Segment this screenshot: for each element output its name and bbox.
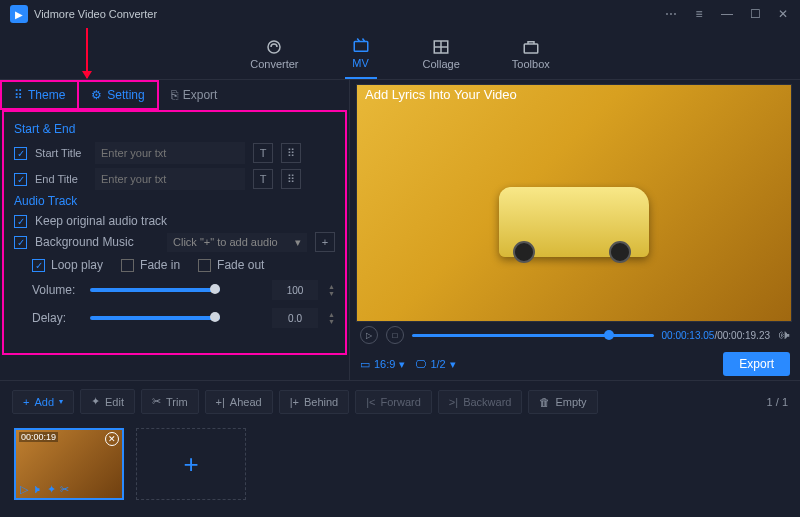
chevron-down-icon: ▾ — [399, 358, 405, 371]
volume-slider[interactable] — [90, 288, 220, 292]
svg-rect-3 — [524, 44, 538, 53]
scale-select[interactable]: 🖵1/2▾ — [415, 358, 455, 371]
video-preview: Add Lyrics Into Your Video — [356, 84, 792, 322]
start-expand-button[interactable]: ⠿ — [281, 143, 301, 163]
delay-stepper[interactable]: ▲▼ — [328, 311, 335, 325]
backward-button[interactable]: >|Backward — [438, 390, 523, 414]
scissors-icon: ✂ — [152, 395, 161, 408]
fadein-checkbox[interactable] — [121, 259, 134, 272]
tab-mv[interactable]: MV — [345, 28, 377, 79]
ahead-icon: +| — [216, 396, 225, 408]
time-display: 00:00:13.05/00:00:19.23 — [662, 330, 770, 341]
clip-effect-icon[interactable]: ✦ — [47, 483, 56, 496]
start-title-input[interactable] — [95, 142, 245, 164]
chevron-down-icon: ▾ — [295, 236, 301, 249]
converter-icon — [264, 38, 284, 56]
menu-icon[interactable]: ≡ — [692, 7, 706, 21]
clip-mute-icon[interactable]: 🕨 — [32, 483, 43, 496]
clip-play-icon[interactable]: ▷ — [20, 483, 28, 496]
chevron-down-icon: ▾ — [450, 358, 456, 371]
theme-icon: ⠿ — [14, 88, 23, 102]
backward-icon: >| — [449, 396, 458, 408]
loop-checkbox[interactable]: ✓ — [32, 259, 45, 272]
remove-clip-button[interactable]: ✕ — [105, 432, 119, 446]
empty-button[interactable]: 🗑Empty — [528, 390, 597, 414]
end-title-input[interactable] — [95, 168, 245, 190]
tab-toolbox[interactable]: Toolbox — [506, 28, 556, 79]
app-logo: ▶ — [10, 5, 28, 23]
play-button[interactable]: ▷ — [360, 326, 378, 344]
subtab-export[interactable]: ⎘ Export — [159, 80, 230, 110]
volume-value[interactable]: 100 — [272, 280, 318, 300]
start-text-style-button[interactable]: T — [253, 143, 273, 163]
gear-icon: ⚙ — [91, 88, 102, 102]
end-expand-button[interactable]: ⠿ — [281, 169, 301, 189]
end-text-style-button[interactable]: T — [253, 169, 273, 189]
clip-duration: 00:00:19 — [19, 432, 58, 442]
trim-button[interactable]: ✂Trim — [141, 389, 199, 414]
app-title: Vidmore Video Converter — [34, 8, 664, 20]
bgm-label: Background Music — [35, 235, 159, 249]
trash-icon: 🗑 — [539, 396, 550, 408]
start-end-heading: Start & End — [14, 122, 335, 136]
add-audio-button[interactable]: + — [315, 232, 335, 252]
stop-button[interactable]: □ — [386, 326, 404, 344]
add-clip-button[interactable]: + — [136, 428, 246, 500]
collage-icon — [431, 38, 451, 56]
delay-slider[interactable] — [90, 316, 220, 320]
maximize-icon[interactable]: ☐ — [748, 7, 762, 21]
forward-button[interactable]: |<Forward — [355, 390, 432, 414]
volume-icon[interactable]: 🕪 — [778, 328, 790, 342]
preview-overlay-text: Add Lyrics Into Your Video — [365, 87, 517, 102]
aspect-ratio-select[interactable]: ▭16:9▾ — [360, 358, 405, 371]
wand-icon: ✦ — [91, 395, 100, 408]
end-title-label: End Title — [35, 173, 87, 185]
add-button[interactable]: +Add▾ — [12, 390, 74, 414]
clip-thumbnail[interactable]: 00:00:19 ✕ ▷ 🕨 ✦ ✂ — [14, 428, 124, 500]
ratio-icon: ▭ — [360, 358, 370, 371]
svg-point-0 — [268, 41, 280, 53]
preview-content — [499, 187, 649, 257]
start-title-checkbox[interactable]: ✓ — [14, 147, 27, 160]
tab-collage[interactable]: Collage — [417, 28, 466, 79]
annotation-arrow — [86, 28, 88, 78]
timeline-slider[interactable] — [412, 334, 654, 337]
monitor-icon: 🖵 — [415, 358, 426, 370]
toolbox-icon — [521, 38, 541, 56]
ahead-button[interactable]: +|Ahead — [205, 390, 273, 414]
pager: 1 / 1 — [767, 396, 788, 408]
plus-icon: + — [23, 396, 29, 408]
svg-rect-1 — [354, 41, 368, 51]
start-title-label: Start Title — [35, 147, 87, 159]
close-icon[interactable]: ✕ — [776, 7, 790, 21]
chevron-down-icon: ▾ — [59, 397, 63, 406]
minimize-icon[interactable]: — — [720, 7, 734, 21]
behind-icon: |+ — [290, 396, 299, 408]
audio-heading: Audio Track — [14, 194, 335, 208]
delay-label: Delay: — [32, 311, 80, 325]
volume-label: Volume: — [32, 283, 80, 297]
tab-converter[interactable]: Converter — [244, 28, 304, 79]
bgm-select[interactable]: Click "+" to add audio ▾ — [167, 233, 307, 252]
feedback-icon[interactable]: ⋯ — [664, 7, 678, 21]
mv-icon — [351, 37, 371, 55]
volume-stepper[interactable]: ▲▼ — [328, 283, 335, 297]
clip-trim-icon[interactable]: ✂ — [60, 483, 69, 496]
keep-audio-label: Keep original audio track — [35, 214, 167, 228]
export-icon: ⎘ — [171, 88, 178, 102]
forward-icon: |< — [366, 396, 375, 408]
keep-audio-checkbox[interactable]: ✓ — [14, 215, 27, 228]
subtab-theme[interactable]: ⠿ Theme — [0, 80, 79, 110]
end-title-checkbox[interactable]: ✓ — [14, 173, 27, 186]
export-button[interactable]: Export — [723, 352, 790, 376]
subtab-setting[interactable]: ⚙ Setting — [79, 80, 158, 110]
bgm-checkbox[interactable]: ✓ — [14, 236, 27, 249]
behind-button[interactable]: |+Behind — [279, 390, 350, 414]
fadeout-checkbox[interactable] — [198, 259, 211, 272]
edit-button[interactable]: ✦Edit — [80, 389, 135, 414]
delay-value[interactable]: 0.0 — [272, 308, 318, 328]
